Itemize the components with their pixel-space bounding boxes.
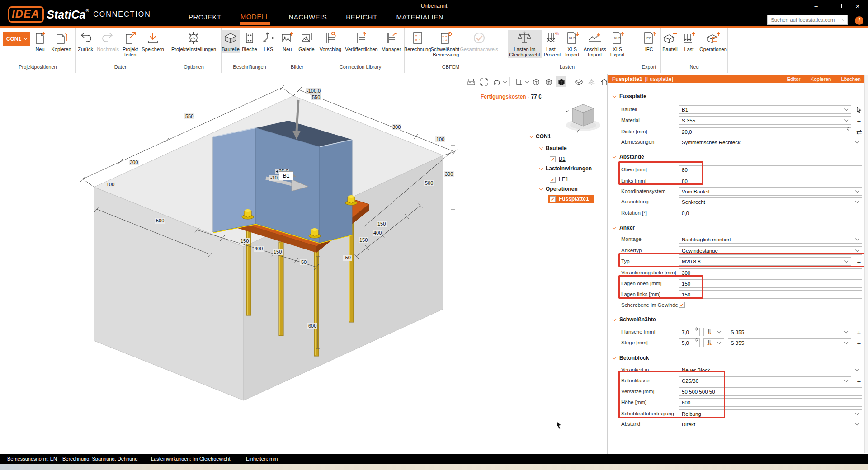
speichern-button[interactable]: Speichern — [140, 30, 165, 53]
stege-material-select[interactable]: S 355 — [728, 338, 851, 347]
versaetze-input[interactable]: 50 500 500 50 — [679, 387, 862, 396]
abmessungen-select[interactable]: Symmetrisches Rechteck — [679, 138, 862, 146]
spinner-arrows-icon[interactable] — [696, 329, 698, 330]
bauteil-select[interactable]: B1 — [679, 105, 851, 114]
transparent-view-button[interactable] — [543, 76, 554, 87]
section-abstaende[interactable]: Abstände — [613, 154, 644, 160]
material-select[interactable]: S 355 — [679, 116, 851, 125]
weld-type-select[interactable] — [703, 328, 724, 336]
veroeffentlichen-button[interactable]: Veröffentlichen — [344, 30, 379, 53]
menu-modell[interactable]: MODELL — [240, 9, 271, 25]
mirror-view-button[interactable] — [586, 76, 597, 87]
flansche-spinner[interactable]: 7,0 — [679, 328, 700, 336]
ankertyp-select[interactable]: Gewindestange — [679, 246, 862, 255]
pick-cursor-icon[interactable] — [855, 106, 863, 114]
solid-view-button[interactable] — [556, 76, 566, 87]
section-anker[interactable]: Anker — [613, 225, 635, 231]
rotate-view-button[interactable] — [491, 76, 502, 87]
clipping-button[interactable] — [513, 76, 524, 87]
kopieren-position-button[interactable]: Kopieren — [50, 30, 72, 53]
lagen-oben-input[interactable]: 150 — [679, 279, 862, 288]
links-input[interactable]: 80 — [679, 177, 862, 185]
loeschen-link[interactable]: Löschen — [841, 76, 861, 82]
flansche-material-select[interactable]: S 355 — [728, 328, 851, 336]
lasten-gleichgewicht-button[interactable]: Lasten im Gleichgewicht — [508, 30, 541, 58]
home-view-button[interactable] — [599, 76, 607, 87]
add-anchor-button[interactable]: + — [855, 258, 863, 266]
tree-node-lasteinwirkungen[interactable]: Lasteinwirkungen — [540, 164, 592, 173]
tree-item-fussplatte1-selected[interactable]: ✓ Fussplatte1 — [548, 195, 594, 203]
manager-button[interactable]: Manager — [380, 30, 402, 53]
menu-projekt[interactable]: PROJEKT — [188, 9, 222, 24]
bleche-labels-button[interactable]: Bleche — [241, 30, 259, 53]
menu-nachweis[interactable]: NACHWEIS — [288, 9, 328, 24]
section-schweissnaehte[interactable]: Schweißnähte — [613, 316, 656, 323]
tree-node-operationen[interactable]: Operationen — [540, 185, 578, 193]
minimize-button[interactable]: – — [809, 3, 823, 11]
add-material-button[interactable]: + — [855, 117, 863, 125]
menu-materialien[interactable]: MATERIALIEN — [396, 9, 444, 24]
oben-input[interactable]: 80 — [679, 165, 862, 174]
abstand-select[interactable]: Direkt — [679, 420, 862, 428]
anschluss-import-button[interactable]: Anschluss Import — [582, 30, 608, 58]
neu-position-button[interactable]: Neu — [31, 30, 49, 53]
add-weld-button[interactable]: + — [855, 339, 863, 347]
swap-icon[interactable]: ⇄ — [855, 128, 863, 136]
koordinatensystem-select[interactable]: Vom Bauteil — [679, 187, 862, 196]
add-weld-button[interactable]: + — [855, 328, 863, 336]
bauteil-neu-button[interactable]: Bauteil — [661, 30, 679, 53]
verankert-in-select[interactable]: Neuer Block — [679, 366, 862, 374]
betonklasse-select[interactable]: C25/30 — [679, 376, 851, 385]
checkbox-checked[interactable]: ✓ — [550, 156, 556, 162]
xls-import-button[interactable]: XLS XLS Import — [563, 30, 581, 58]
schubkraft-select[interactable]: Reibung — [679, 409, 862, 418]
weld-type-select[interactable] — [703, 338, 724, 347]
projekteinstellungen-button[interactable]: </> Projekteinstellungen — [170, 30, 217, 53]
undo-button[interactable]: Zurück — [76, 30, 94, 53]
ausrichtung-select[interactable]: Senkrecht — [679, 197, 862, 206]
add-concrete-button[interactable]: + — [855, 377, 863, 385]
scherebene-checkbox[interactable]: ✓ — [679, 302, 685, 308]
spinner-arrows-icon[interactable] — [696, 340, 698, 341]
measure-tool-button[interactable] — [466, 76, 476, 87]
schweissnaht-bemessung-button[interactable]: + −× ÷ Schweißnaht- Bemessung — [431, 30, 460, 58]
rotation-input[interactable]: 0,0 — [679, 209, 862, 217]
verankerungstiefe-input[interactable]: 300 — [679, 268, 862, 277]
spinner-arrows-icon[interactable] — [847, 129, 849, 130]
lks-axes-button[interactable]: LKS — [259, 30, 278, 53]
bild-neu-button[interactable]: Neu — [278, 30, 296, 53]
chevron-down-icon[interactable] — [525, 79, 529, 83]
checkbox-checked[interactable]: ✓ — [550, 196, 556, 202]
connection-selector[interactable]: CON1 — [3, 32, 30, 46]
lagen-links-input[interactable]: 150 — [679, 290, 862, 299]
operationen-neu-button[interactable]: Operationen — [699, 30, 727, 53]
viewport-3d[interactable]: 550 300 100 500 300 100 300 500 150 400 … — [0, 74, 607, 454]
search-box[interactable] — [767, 15, 848, 25]
search-input[interactable] — [768, 17, 842, 23]
wireframe-view-button[interactable] — [530, 76, 541, 87]
tree-node-con1[interactable]: CON1 — [530, 132, 551, 141]
anker-typ-select[interactable]: M20 8.8 — [679, 257, 851, 266]
vorschlag-button[interactable]: Vorschlag — [318, 30, 343, 53]
zoom-fit-button[interactable] — [478, 76, 489, 87]
tree-node-bauteile[interactable]: Bauteile — [540, 144, 567, 152]
section-fussplatte[interactable]: Fussplatte — [613, 93, 646, 99]
close-button[interactable]: × — [851, 3, 864, 11]
gesamtnachweis-button[interactable]: Gesamtnachweis — [461, 30, 497, 53]
section-betonblock[interactable]: Betonblock — [613, 355, 649, 361]
hoehe-input[interactable]: 600 — [679, 398, 862, 407]
menu-bericht[interactable]: BERICHT — [345, 9, 378, 24]
stege-spinner[interactable]: 5,0 — [679, 338, 700, 347]
kopieren-link[interactable]: Kopieren — [810, 76, 831, 82]
info-button[interactable]: i — [855, 16, 863, 25]
editor-link[interactable]: Editor — [787, 76, 800, 82]
montage-select[interactable]: Nachträglich montiert — [679, 235, 862, 244]
bauteile-labels-button[interactable]: Bauteile — [222, 30, 240, 53]
tree-item-b1[interactable]: ✓ B1 — [550, 155, 566, 163]
member-label[interactable]: B1 — [279, 171, 293, 180]
navigation-cube[interactable] — [564, 99, 602, 133]
panel-scrollbar[interactable] — [864, 75, 868, 453]
dicke-spinner[interactable]: 20,0 — [679, 127, 851, 136]
ifc-export-button[interactable]: IFC IFC — [640, 30, 658, 53]
checkbox-checked[interactable]: ✓ — [550, 177, 556, 183]
